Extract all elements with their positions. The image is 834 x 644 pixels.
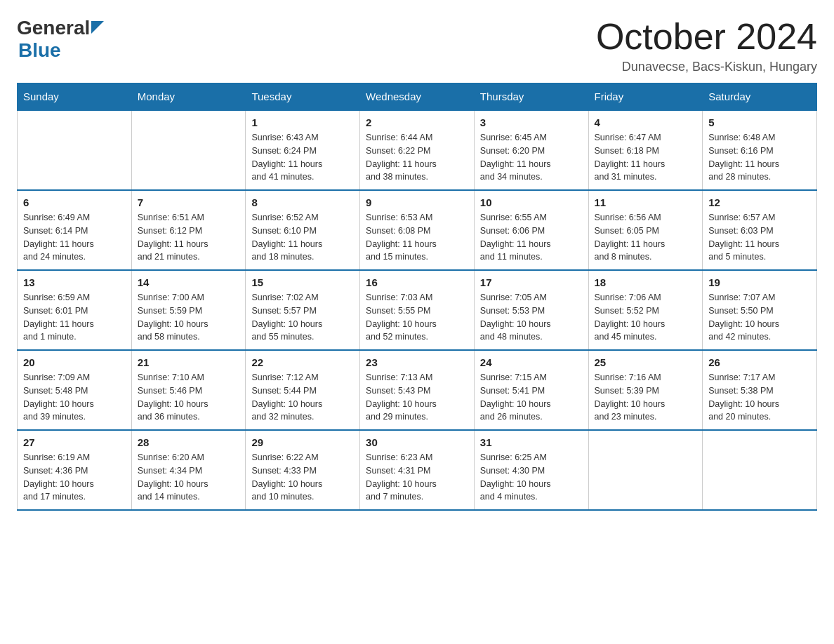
day-number: 13 — [23, 276, 126, 288]
day-info: Sunrise: 7:03 AM Sunset: 5:55 PM Dayligh… — [366, 291, 468, 344]
calendar-day-cell: 28Sunrise: 6:20 AM Sunset: 4:34 PM Dayli… — [131, 430, 246, 510]
calendar-day-cell: 9Sunrise: 6:53 AM Sunset: 6:08 PM Daylig… — [360, 190, 475, 270]
day-info: Sunrise: 6:43 AM Sunset: 6:24 PM Dayligh… — [251, 131, 354, 184]
day-info: Sunrise: 6:52 AM Sunset: 6:10 PM Dayligh… — [251, 211, 354, 264]
day-number: 29 — [251, 436, 354, 448]
calendar-week-row: 13Sunrise: 6:59 AM Sunset: 6:01 PM Dayli… — [18, 270, 817, 350]
day-info: Sunrise: 7:13 AM Sunset: 5:43 PM Dayligh… — [366, 371, 468, 424]
calendar-day-cell — [18, 110, 132, 190]
day-info: Sunrise: 6:44 AM Sunset: 6:22 PM Dayligh… — [366, 131, 468, 184]
day-info: Sunrise: 6:45 AM Sunset: 6:20 PM Dayligh… — [480, 131, 583, 184]
calendar-day-cell: 13Sunrise: 6:59 AM Sunset: 6:01 PM Dayli… — [18, 270, 132, 350]
day-number: 25 — [595, 356, 697, 368]
day-info: Sunrise: 7:09 AM Sunset: 5:48 PM Dayligh… — [23, 371, 126, 424]
day-number: 30 — [366, 436, 468, 448]
calendar-day-cell: 27Sunrise: 6:19 AM Sunset: 4:36 PM Dayli… — [18, 430, 132, 510]
weekday-header-monday: Monday — [131, 83, 246, 111]
day-number: 18 — [595, 276, 697, 288]
day-info: Sunrise: 6:49 AM Sunset: 6:14 PM Dayligh… — [23, 211, 126, 264]
day-number: 12 — [708, 196, 811, 208]
calendar-week-row: 6Sunrise: 6:49 AM Sunset: 6:14 PM Daylig… — [18, 190, 817, 270]
weekday-header-sunday: Sunday — [18, 83, 132, 111]
calendar-day-cell: 24Sunrise: 7:15 AM Sunset: 5:41 PM Dayli… — [474, 350, 588, 430]
calendar-day-cell — [703, 430, 817, 510]
day-info: Sunrise: 7:07 AM Sunset: 5:50 PM Dayligh… — [708, 291, 811, 344]
calendar-week-row: 20Sunrise: 7:09 AM Sunset: 5:48 PM Dayli… — [18, 350, 817, 430]
title-section: October 2024 Dunavecse, Bacs-Kiskun, Hun… — [596, 17, 817, 74]
day-info: Sunrise: 7:00 AM Sunset: 5:59 PM Dayligh… — [138, 291, 240, 344]
logo-blue-text: Blue — [18, 39, 107, 62]
weekday-header-row: SundayMondayTuesdayWednesdayThursdayFrid… — [18, 83, 817, 111]
day-number: 17 — [480, 276, 583, 288]
day-info: Sunrise: 6:53 AM Sunset: 6:08 PM Dayligh… — [366, 211, 468, 264]
calendar-day-cell: 7Sunrise: 6:51 AM Sunset: 6:12 PM Daylig… — [131, 190, 246, 270]
logo: General Blue — [17, 17, 107, 62]
day-number: 16 — [366, 276, 468, 288]
calendar-week-row: 27Sunrise: 6:19 AM Sunset: 4:36 PM Dayli… — [18, 430, 817, 510]
day-number: 1 — [251, 116, 354, 128]
day-info: Sunrise: 6:47 AM Sunset: 6:18 PM Dayligh… — [595, 131, 697, 184]
day-number: 27 — [23, 436, 126, 448]
day-info: Sunrise: 6:51 AM Sunset: 6:12 PM Dayligh… — [138, 211, 240, 264]
day-info: Sunrise: 7:05 AM Sunset: 5:53 PM Dayligh… — [480, 291, 583, 344]
day-number: 8 — [251, 196, 354, 208]
calendar-day-cell: 15Sunrise: 7:02 AM Sunset: 5:57 PM Dayli… — [246, 270, 360, 350]
calendar-day-cell: 17Sunrise: 7:05 AM Sunset: 5:53 PM Dayli… — [474, 270, 588, 350]
calendar-day-cell: 2Sunrise: 6:44 AM Sunset: 6:22 PM Daylig… — [360, 110, 475, 190]
day-number: 10 — [480, 196, 583, 208]
day-info: Sunrise: 6:23 AM Sunset: 4:31 PM Dayligh… — [366, 451, 468, 504]
day-info: Sunrise: 7:02 AM Sunset: 5:57 PM Dayligh… — [251, 291, 354, 344]
day-number: 2 — [366, 116, 468, 128]
day-info: Sunrise: 6:20 AM Sunset: 4:34 PM Dayligh… — [138, 451, 240, 504]
day-info: Sunrise: 6:48 AM Sunset: 6:16 PM Dayligh… — [708, 131, 811, 184]
day-info: Sunrise: 6:57 AM Sunset: 6:03 PM Dayligh… — [708, 211, 811, 264]
calendar-day-cell: 12Sunrise: 6:57 AM Sunset: 6:03 PM Dayli… — [703, 190, 817, 270]
calendar-day-cell: 18Sunrise: 7:06 AM Sunset: 5:52 PM Dayli… — [588, 270, 703, 350]
calendar-day-cell: 20Sunrise: 7:09 AM Sunset: 5:48 PM Dayli… — [18, 350, 132, 430]
location-title: Dunavecse, Bacs-Kiskun, Hungary — [596, 60, 817, 74]
calendar-week-row: 1Sunrise: 6:43 AM Sunset: 6:24 PM Daylig… — [18, 110, 817, 190]
calendar-day-cell: 10Sunrise: 6:55 AM Sunset: 6:06 PM Dayli… — [474, 190, 588, 270]
day-number: 7 — [138, 196, 240, 208]
logo-general-text: General — [17, 17, 90, 39]
calendar-day-cell: 30Sunrise: 6:23 AM Sunset: 4:31 PM Dayli… — [360, 430, 475, 510]
calendar-day-cell: 1Sunrise: 6:43 AM Sunset: 6:24 PM Daylig… — [246, 110, 360, 190]
svg-marker-0 — [91, 21, 104, 34]
page-header: General Blue October 2024 Dunavecse, Bac… — [17, 17, 817, 74]
calendar-day-cell: 19Sunrise: 7:07 AM Sunset: 5:50 PM Dayli… — [703, 270, 817, 350]
day-number: 31 — [480, 436, 583, 448]
day-info: Sunrise: 7:12 AM Sunset: 5:44 PM Dayligh… — [251, 371, 354, 424]
calendar-day-cell: 31Sunrise: 6:25 AM Sunset: 4:30 PM Dayli… — [474, 430, 588, 510]
day-number: 21 — [138, 356, 240, 368]
day-number: 22 — [251, 356, 354, 368]
day-number: 14 — [138, 276, 240, 288]
weekday-header-wednesday: Wednesday — [360, 83, 475, 111]
day-info: Sunrise: 7:10 AM Sunset: 5:46 PM Dayligh… — [138, 371, 240, 424]
day-info: Sunrise: 7:17 AM Sunset: 5:38 PM Dayligh… — [708, 371, 811, 424]
weekday-header-tuesday: Tuesday — [246, 83, 360, 111]
weekday-header-thursday: Thursday — [474, 83, 588, 111]
day-info: Sunrise: 6:59 AM Sunset: 6:01 PM Dayligh… — [23, 291, 126, 344]
day-info: Sunrise: 6:25 AM Sunset: 4:30 PM Dayligh… — [480, 451, 583, 504]
weekday-header-saturday: Saturday — [703, 83, 817, 111]
weekday-header-friday: Friday — [588, 83, 703, 111]
calendar-day-cell: 3Sunrise: 6:45 AM Sunset: 6:20 PM Daylig… — [474, 110, 588, 190]
logo-triangle-icon — [91, 21, 107, 36]
day-number: 6 — [23, 196, 126, 208]
day-number: 20 — [23, 356, 126, 368]
day-info: Sunrise: 7:15 AM Sunset: 5:41 PM Dayligh… — [480, 371, 583, 424]
day-number: 23 — [366, 356, 468, 368]
calendar-day-cell: 8Sunrise: 6:52 AM Sunset: 6:10 PM Daylig… — [246, 190, 360, 270]
day-number: 5 — [708, 116, 811, 128]
day-info: Sunrise: 7:06 AM Sunset: 5:52 PM Dayligh… — [595, 291, 697, 344]
day-info: Sunrise: 6:22 AM Sunset: 4:33 PM Dayligh… — [251, 451, 354, 504]
day-info: Sunrise: 6:19 AM Sunset: 4:36 PM Dayligh… — [23, 451, 126, 504]
calendar-day-cell — [588, 430, 703, 510]
day-number: 4 — [595, 116, 697, 128]
day-number: 11 — [595, 196, 697, 208]
calendar-day-cell: 21Sunrise: 7:10 AM Sunset: 5:46 PM Dayli… — [131, 350, 246, 430]
calendar-day-cell: 16Sunrise: 7:03 AM Sunset: 5:55 PM Dayli… — [360, 270, 475, 350]
day-number: 9 — [366, 196, 468, 208]
calendar-day-cell: 4Sunrise: 6:47 AM Sunset: 6:18 PM Daylig… — [588, 110, 703, 190]
day-info: Sunrise: 6:56 AM Sunset: 6:05 PM Dayligh… — [595, 211, 697, 264]
